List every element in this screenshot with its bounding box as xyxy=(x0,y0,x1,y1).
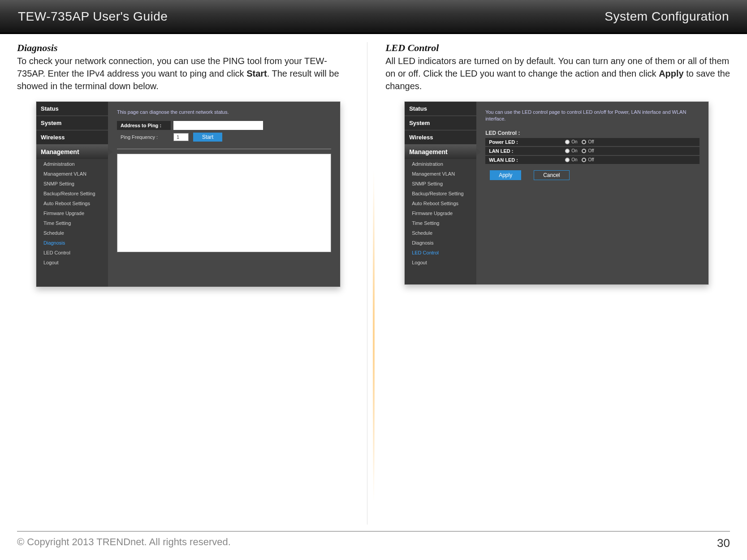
lan-led-on[interactable]: On xyxy=(565,148,577,153)
divider xyxy=(117,149,331,149)
copyright-text: © Copyright 2013 TRENDnet. All rights re… xyxy=(17,536,231,550)
sidebar-sub[interactable]: Management VLAN xyxy=(405,169,476,179)
power-led-on[interactable]: On xyxy=(565,139,577,144)
start-button[interactable]: Start xyxy=(193,133,222,142)
sidebar-item-wireless[interactable]: Wireless xyxy=(36,130,108,145)
sidebar-sub-active[interactable]: Diagnosis xyxy=(36,238,108,248)
sidebar-sub[interactable]: Auto Reboot Settings xyxy=(405,198,476,208)
address-input[interactable] xyxy=(173,121,263,130)
sidebar-sub[interactable]: Logout xyxy=(36,258,108,267)
right-column: LED Control All LED indicators are turne… xyxy=(385,42,734,525)
address-label: Address to Ping : xyxy=(117,121,171,130)
header-right: System Configuration xyxy=(605,9,729,24)
sidebar-sub[interactable]: Firmware Upgrade xyxy=(36,208,108,218)
page-number: 30 xyxy=(717,536,730,550)
lan-led-off[interactable]: Off xyxy=(582,148,594,153)
power-led-row: Power LED : On Off xyxy=(485,138,700,146)
cancel-button[interactable]: Cancel xyxy=(534,170,569,180)
page-footer: © Copyright 2013 TRENDnet. All rights re… xyxy=(17,531,730,550)
left-column: Diagnosis To check your network connecti… xyxy=(17,42,367,525)
sidebar-sub[interactable]: Logout xyxy=(405,258,476,267)
sidebar-sub[interactable]: Schedule xyxy=(36,228,108,238)
address-row: Address to Ping : xyxy=(117,121,331,130)
diagnosis-title: Diagnosis xyxy=(17,42,354,54)
sidebar-sub[interactable]: Firmware Upgrade xyxy=(405,208,476,218)
led-title: LED Control xyxy=(385,42,734,54)
frequency-select[interactable]: 1 xyxy=(173,133,189,141)
sidebar-sub[interactable]: Time Setting xyxy=(36,218,108,228)
diagnosis-desc: To check your network connection, you ca… xyxy=(17,55,354,92)
sidebar: Status System Wireless Management Admini… xyxy=(36,102,108,287)
sidebar-sub[interactable]: Backup/Restore Setting xyxy=(405,189,476,198)
panel-desc: You can use the LED control page to cont… xyxy=(485,109,700,123)
terminal-output[interactable] xyxy=(117,154,331,252)
sidebar-item-management[interactable]: Management xyxy=(405,145,476,159)
wlan-led-off[interactable]: Off xyxy=(582,157,594,162)
sidebar-sub[interactable]: Management VLAN xyxy=(36,169,108,179)
button-row: Apply Cancel xyxy=(485,170,700,180)
sidebar-sub[interactable]: LED Control xyxy=(36,248,108,258)
lan-led-row: LAN LED : On Off xyxy=(485,147,700,155)
sidebar-item-status[interactable]: Status xyxy=(405,102,476,116)
sidebar-sub[interactable]: Auto Reboot Settings xyxy=(36,198,108,208)
sidebar-item-wireless[interactable]: Wireless xyxy=(405,130,476,145)
wlan-led-row: WLAN LED : On Off xyxy=(485,156,700,164)
power-led-off[interactable]: Off xyxy=(582,139,594,144)
header-left: TEW-735AP User's Guide xyxy=(18,9,168,24)
sidebar: Status System Wireless Management Admini… xyxy=(405,102,476,284)
content-columns: Diagnosis To check your network connecti… xyxy=(0,34,747,525)
led-screenshot: Status System Wireless Management Admini… xyxy=(404,101,709,285)
diagnosis-screenshot: Status System Wireless Management Admini… xyxy=(36,101,341,287)
sidebar-sub[interactable]: Time Setting xyxy=(405,218,476,228)
frequency-row: Ping Frequency : 1 Start xyxy=(117,133,331,142)
sidebar-sub[interactable]: Backup/Restore Setting xyxy=(36,189,108,198)
sidebar-sub[interactable]: Administration xyxy=(36,159,108,169)
panel-desc: This page can diagnose the current netwo… xyxy=(117,109,331,116)
sidebar-sub[interactable]: Administration xyxy=(405,159,476,169)
led-desc: All LED indicators are turned on by defa… xyxy=(385,55,734,92)
led-section-header: LED Control : xyxy=(485,130,700,136)
sidebar-sub-active[interactable]: LED Control xyxy=(405,248,476,258)
apply-button[interactable]: Apply xyxy=(490,170,521,180)
main-panel: This page can diagnose the current netwo… xyxy=(108,102,340,287)
sidebar-item-management[interactable]: Management xyxy=(36,145,108,159)
sidebar-item-system[interactable]: System xyxy=(36,116,108,130)
wlan-led-on[interactable]: On xyxy=(565,157,577,162)
frequency-label: Ping Frequency : xyxy=(117,133,171,142)
sidebar-item-system[interactable]: System xyxy=(405,116,476,130)
page-header: TEW-735AP User's Guide System Configurat… xyxy=(0,0,747,34)
sidebar-item-status[interactable]: Status xyxy=(36,102,108,116)
sidebar-sub[interactable]: SNMP Setting xyxy=(36,179,108,189)
sidebar-sub[interactable]: SNMP Setting xyxy=(405,179,476,189)
sidebar-sub[interactable]: Schedule xyxy=(405,228,476,238)
sidebar-sub[interactable]: Diagnosis xyxy=(405,238,476,248)
main-panel: You can use the LED control page to cont… xyxy=(476,102,708,284)
